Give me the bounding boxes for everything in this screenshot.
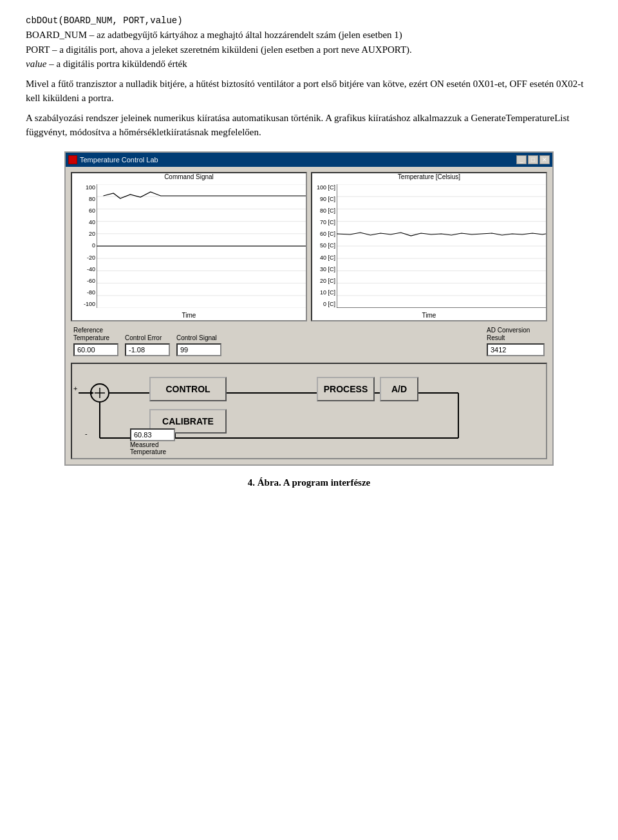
code-line1: cbDOut(BOARD_NUM, PORT,value) — [26, 15, 183, 26]
window-body: Command Signal 100 80 60 40 20 0 -20 -40 — [66, 167, 552, 464]
titlebar-buttons: _ □ ✕ — [516, 155, 550, 164]
chart2-title: Temperature [Celsius] — [312, 173, 546, 180]
chart1-plot — [97, 184, 306, 308]
ctrl-sig-field: Control Signal — [176, 334, 221, 356]
text-line4-rest: – a digitális portra kiküldendő érték — [46, 59, 187, 69]
y-label: -80 — [72, 289, 97, 296]
chart-command-signal: Command Signal 100 80 60 40 20 0 -20 -40 — [71, 172, 307, 321]
y-label: 100 — [72, 184, 97, 191]
close-button[interactable]: ✕ — [539, 155, 550, 164]
text-italic-value: value — [26, 59, 46, 69]
y-label: 80 [C] — [312, 207, 337, 214]
ad-conv-label: AD ConversionResult — [487, 327, 530, 342]
ctrl-err-label: Control Error — [125, 334, 162, 342]
y-label: 70 [C] — [312, 219, 337, 225]
y-label: 0 — [72, 242, 97, 249]
figure-caption: 4. Ábra. A program interfésze — [26, 477, 592, 488]
y-label: 40 — [72, 219, 97, 225]
y-label: 0 [C] — [312, 301, 337, 307]
meas-temp-area: MeasuredTemperature — [130, 428, 175, 455]
maximize-button[interactable]: □ — [528, 155, 538, 164]
titlebar: Temperature Control Lab _ □ ✕ — [66, 153, 552, 167]
control-button[interactable]: CONTROL — [149, 377, 227, 401]
text-para1: Mivel a fűtő tranzisztor a nulladik bitj… — [26, 79, 583, 104]
titlebar-left: Temperature Control Lab — [68, 155, 158, 164]
chart1-title: Command Signal — [72, 173, 306, 180]
chart1-svg — [97, 184, 306, 308]
window-title: Temperature Control Lab — [80, 156, 158, 164]
process-button[interactable]: PROCESS — [317, 377, 375, 401]
y-label: 90 [C] — [312, 196, 337, 202]
window-frame: Temperature Control Lab _ □ ✕ Command Si… — [64, 151, 554, 466]
chart-temperature: Temperature [Celsius] 100 [C] 90 [C] 80 … — [311, 172, 547, 321]
ref-temp-label: ReferenceTemperature — [73, 327, 109, 342]
y-label: 50 [C] — [312, 242, 337, 249]
ctrl-sig-input[interactable] — [176, 343, 221, 356]
y-label: 20 [C] — [312, 278, 337, 284]
chart1-xlabel: Time — [72, 310, 306, 320]
ad-conv-field: AD ConversionResult — [487, 327, 545, 356]
chart2-xlabel: Time — [312, 310, 546, 320]
y-label: -100 — [72, 301, 97, 307]
y-label: 40 [C] — [312, 254, 337, 261]
ctrl-err-field: Control Error — [125, 334, 170, 356]
sum-symbol — [93, 387, 106, 399]
text-para2: A szabályozási rendszer jeleinek numerik… — [26, 113, 569, 138]
text-line3: PORT – a digitális port, ahova a jeleket… — [26, 44, 412, 55]
ctrl-err-input[interactable] — [125, 343, 170, 356]
y-label: -20 — [72, 254, 97, 261]
ad-button[interactable]: A/D — [380, 377, 418, 401]
y-label: -40 — [72, 266, 97, 272]
y-label: 60 — [72, 207, 97, 214]
chart2-inner: 100 [C] 90 [C] 80 [C] 70 [C] 60 [C] 50 [… — [312, 182, 546, 310]
meas-temp-input[interactable] — [130, 428, 175, 441]
chart2-y-labels: 100 [C] 90 [C] 80 [C] 70 [C] 60 [C] 50 [… — [312, 182, 337, 310]
window-icon — [68, 155, 77, 164]
y-label: 20 — [72, 231, 97, 237]
chart1-inner: 100 80 60 40 20 0 -20 -40 -60 -80 -100 — [72, 182, 306, 310]
app-window: Temperature Control Lab _ □ ✕ Command Si… — [64, 151, 554, 466]
svg-text:-: - — [85, 430, 88, 437]
text-line2: BOARD_NUM – az adatbegyűjtő kártyához a … — [26, 30, 402, 40]
summing-junction — [90, 383, 109, 403]
text-content: cbDOut(BOARD_NUM, PORT,value) BOARD_NUM … — [26, 13, 592, 140]
y-label: 10 [C] — [312, 289, 337, 296]
chart1-y-labels: 100 80 60 40 20 0 -20 -40 -60 -80 -100 — [72, 182, 97, 310]
data-fields-row: ReferenceTemperature Control Error Contr… — [71, 327, 547, 356]
y-label: -60 — [72, 278, 97, 284]
y-label: 80 — [72, 196, 97, 202]
minimize-button[interactable]: _ — [516, 155, 527, 164]
svg-text:+: + — [73, 385, 77, 392]
y-label: 100 [C] — [312, 184, 337, 191]
ref-temp-field: ReferenceTemperature — [73, 327, 118, 356]
chart2-plot — [337, 184, 546, 308]
ctrl-sig-label: Control Signal — [176, 334, 217, 342]
y-label: 60 [C] — [312, 231, 337, 237]
meas-temp-label: MeasuredTemperature — [130, 441, 166, 455]
ref-temp-input[interactable] — [73, 343, 118, 356]
charts-row: Command Signal 100 80 60 40 20 0 -20 -40 — [71, 172, 547, 321]
chart2-svg — [337, 184, 546, 308]
control-diagram: + - CONTROL CALIBRATE PROCESS — [71, 363, 547, 459]
ad-conv-input[interactable] — [487, 343, 545, 356]
y-label: 30 [C] — [312, 266, 337, 272]
